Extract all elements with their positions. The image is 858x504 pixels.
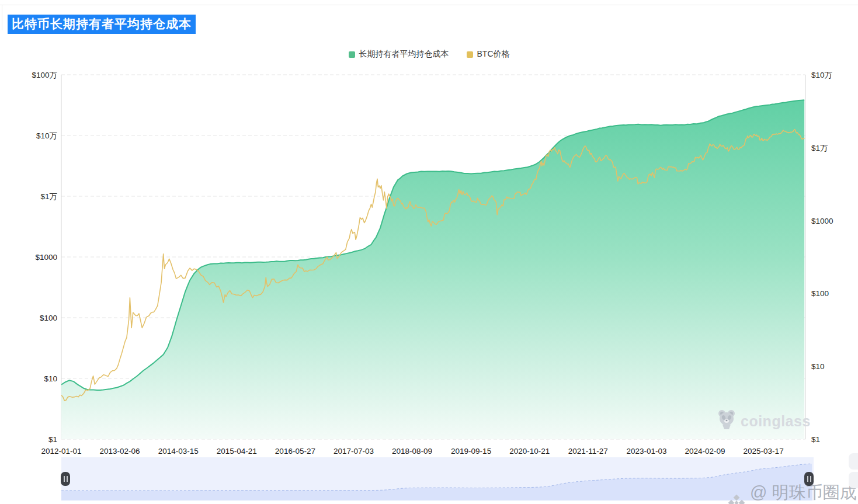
right-axis-labels: $10万$1万$1000$100$10$1 bbox=[811, 71, 833, 444]
left-axis-tick: $100 bbox=[40, 314, 57, 322]
right-axis-tick: $100 bbox=[811, 289, 829, 298]
btc-legend-label: BTC价格 bbox=[477, 49, 510, 60]
chart-legend: 长期持有者平均持仓成本 BTC价格 bbox=[0, 49, 858, 60]
channel-watermark: @ 明珠币圈成长 bbox=[728, 481, 858, 504]
x-axis-tick: 2016-05-27 bbox=[275, 447, 315, 456]
left-axis-tick: $1000 bbox=[35, 253, 57, 262]
coinglass-panda-icon bbox=[717, 409, 737, 433]
navigator-left-handle[interactable] bbox=[61, 472, 70, 486]
right-axis-tick: $1万 bbox=[811, 144, 828, 152]
btc-legend-marker-icon bbox=[467, 51, 473, 58]
floating-button-bottom[interactable] bbox=[849, 472, 858, 488]
x-axis-tick: 2017-07-03 bbox=[334, 447, 374, 456]
lth-legend-label: 长期持有者平均持仓成本 bbox=[359, 49, 449, 60]
x-axis-tick: 2013-02-06 bbox=[100, 447, 140, 456]
navigator-right-handle[interactable] bbox=[804, 472, 814, 486]
x-axis-tick: 2024-02-09 bbox=[685, 447, 725, 456]
floating-button-top[interactable] bbox=[849, 453, 858, 470]
x-axis-tick: 2021-11-27 bbox=[568, 447, 608, 456]
coinglass-watermark-text: coinglass bbox=[741, 413, 811, 430]
left-axis-tick: $10 bbox=[44, 374, 57, 383]
x-axis-tick: 2019-09-15 bbox=[451, 447, 491, 456]
left-axis-tick: $100万 bbox=[32, 71, 57, 79]
left-axis-labels: $100万$10万$1万$1000$100$10$1 bbox=[32, 71, 57, 444]
lth-legend-marker-icon bbox=[349, 51, 355, 58]
right-axis-tick: $1000 bbox=[811, 217, 833, 225]
right-axis-tick: $10万 bbox=[811, 71, 832, 79]
legend-item-btc[interactable]: BTC价格 bbox=[467, 49, 510, 60]
left-axis-tick: $1万 bbox=[40, 192, 57, 201]
x-axis-labels: 2012-01-012013-02-062014-03-152015-04-21… bbox=[41, 447, 783, 456]
x-axis-tick: 2020-10-21 bbox=[509, 447, 550, 456]
left-axis-tick: $1 bbox=[48, 435, 57, 444]
left-axis-tick: $10万 bbox=[36, 131, 57, 140]
x-axis-tick: 2015-04-21 bbox=[217, 447, 257, 456]
legend-item-lth[interactable]: 长期持有者平均持仓成本 bbox=[349, 49, 449, 60]
x-axis-tick: 2012-01-01 bbox=[41, 447, 81, 456]
channel-watermark-text: @ 明珠币圈成长 bbox=[750, 481, 858, 504]
right-axis-tick: $1 bbox=[811, 435, 820, 444]
x-axis-tick: 2018-08-09 bbox=[392, 447, 432, 456]
binance-diamond-icon bbox=[728, 494, 745, 504]
x-axis-tick: 2023-01-03 bbox=[626, 447, 666, 456]
right-axis-tick: $10 bbox=[811, 362, 825, 371]
coinglass-watermark: coinglass bbox=[717, 409, 811, 433]
x-axis-tick: 2014-03-15 bbox=[158, 447, 199, 456]
x-axis-tick: 2025-03-17 bbox=[744, 447, 784, 456]
